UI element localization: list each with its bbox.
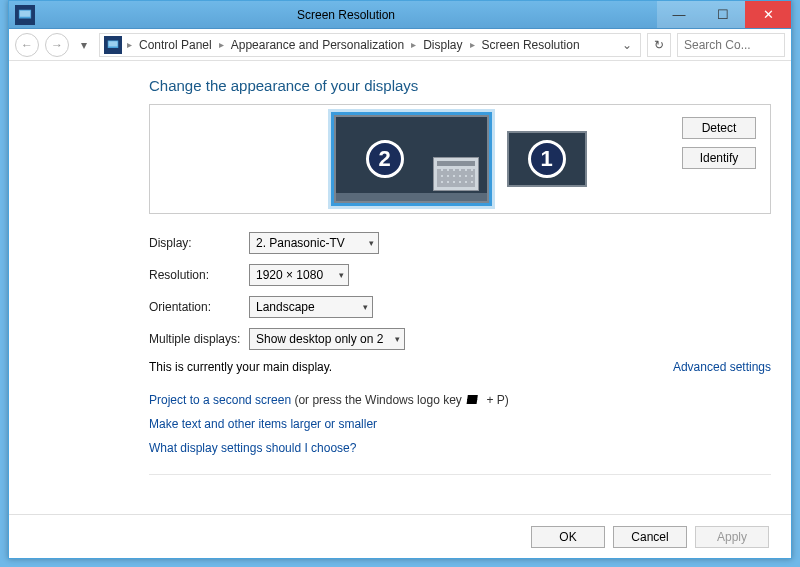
- search-input[interactable]: [677, 33, 785, 57]
- desktop-preview-icon: [433, 157, 479, 191]
- chevron-right-icon: ▸: [408, 39, 419, 50]
- windows-logo-icon: [466, 395, 482, 407]
- breadcrumb-item[interactable]: Screen Resolution: [480, 38, 582, 52]
- breadcrumb-dropdown-icon[interactable]: ⌄: [618, 38, 636, 52]
- chevron-right-icon: ▸: [216, 39, 227, 50]
- resolution-dropdown[interactable]: 1920 × 1080 ▾: [249, 264, 349, 286]
- chevron-down-icon: ▾: [339, 270, 344, 280]
- breadcrumb-item[interactable]: Control Panel: [137, 38, 214, 52]
- window-buttons: — ☐ ✕: [657, 1, 791, 28]
- multiple-displays-value: Show desktop only on 2: [256, 332, 383, 346]
- breadcrumb-item[interactable]: Appearance and Personalization: [229, 38, 406, 52]
- monitor-number-badge: 1: [528, 140, 566, 178]
- project-suffix-b: + P): [483, 393, 509, 407]
- up-button[interactable]: ▾: [75, 38, 93, 52]
- refresh-button[interactable]: ↻: [647, 33, 671, 57]
- monitor-number-badge: 2: [366, 140, 404, 178]
- minimize-button[interactable]: —: [657, 1, 701, 28]
- close-button[interactable]: ✕: [745, 1, 791, 28]
- display-label: Display:: [149, 236, 249, 250]
- chevron-right-icon: ▸: [467, 39, 478, 50]
- multiple-displays-label: Multiple displays:: [149, 332, 249, 346]
- window-title: Screen Resolution: [35, 8, 657, 22]
- chevron-right-icon: ▸: [124, 39, 135, 50]
- page-heading: Change the appearance of your displays: [149, 77, 771, 94]
- apply-button[interactable]: Apply: [695, 526, 769, 548]
- title-bar[interactable]: Screen Resolution — ☐ ✕: [9, 1, 791, 29]
- identify-button[interactable]: Identify: [682, 147, 756, 169]
- monitor-1[interactable]: 1: [507, 131, 587, 187]
- ok-button[interactable]: OK: [531, 526, 605, 548]
- breadcrumb-bar[interactable]: ▸ Control Panel ▸ Appearance and Persona…: [99, 33, 641, 57]
- window-frame: Screen Resolution — ☐ ✕ ← → ▾ ▸ Control …: [8, 0, 792, 559]
- main-display-note: This is currently your main display.: [149, 360, 332, 374]
- detect-button[interactable]: Detect: [682, 117, 756, 139]
- taskbar-preview: [336, 193, 487, 201]
- back-button[interactable]: ←: [15, 33, 39, 57]
- monitor-2[interactable]: 2: [334, 115, 489, 203]
- orientation-value: Landscape: [256, 300, 315, 314]
- maximize-button[interactable]: ☐: [701, 1, 745, 28]
- orientation-label: Orientation:: [149, 300, 249, 314]
- resolution-value: 1920 × 1080: [256, 268, 323, 282]
- chevron-down-icon: ▾: [369, 238, 374, 248]
- cancel-button[interactable]: Cancel: [613, 526, 687, 548]
- orientation-dropdown[interactable]: Landscape ▾: [249, 296, 373, 318]
- chevron-down-icon: ▾: [395, 334, 400, 344]
- display-help-link[interactable]: What display settings should I choose?: [149, 441, 356, 455]
- project-second-screen-link[interactable]: Project to a second screen: [149, 393, 291, 407]
- forward-button[interactable]: →: [45, 33, 69, 57]
- svg-rect-3: [109, 41, 118, 46]
- display-arrangement-box: 2 1 Detect Identify: [149, 104, 771, 214]
- system-icon: [15, 5, 35, 25]
- settings-form: Display: 2. Panasonic-TV ▾ Resolution: 1…: [149, 232, 771, 460]
- nav-bar: ← → ▾ ▸ Control Panel ▸ Appearance and P…: [9, 29, 791, 61]
- content-area: Change the appearance of your displays 2…: [9, 61, 791, 558]
- svg-rect-1: [20, 10, 31, 16]
- display-arrangement-area[interactable]: 2 1: [168, 115, 752, 203]
- advanced-settings-link[interactable]: Advanced settings: [673, 360, 771, 374]
- project-suffix-a: (or press the Windows logo key: [291, 393, 465, 407]
- display-value: 2. Panasonic-TV: [256, 236, 345, 250]
- multiple-displays-dropdown[interactable]: Show desktop only on 2 ▾: [249, 328, 405, 350]
- resolution-label: Resolution:: [149, 268, 249, 282]
- breadcrumb-item[interactable]: Display: [421, 38, 464, 52]
- chevron-down-icon: ▾: [363, 302, 368, 312]
- monitor-icon: [104, 36, 122, 54]
- dialog-footer: OK Cancel Apply: [9, 514, 791, 558]
- divider: [149, 474, 771, 475]
- display-dropdown[interactable]: 2. Panasonic-TV ▾: [249, 232, 379, 254]
- text-size-link[interactable]: Make text and other items larger or smal…: [149, 417, 377, 431]
